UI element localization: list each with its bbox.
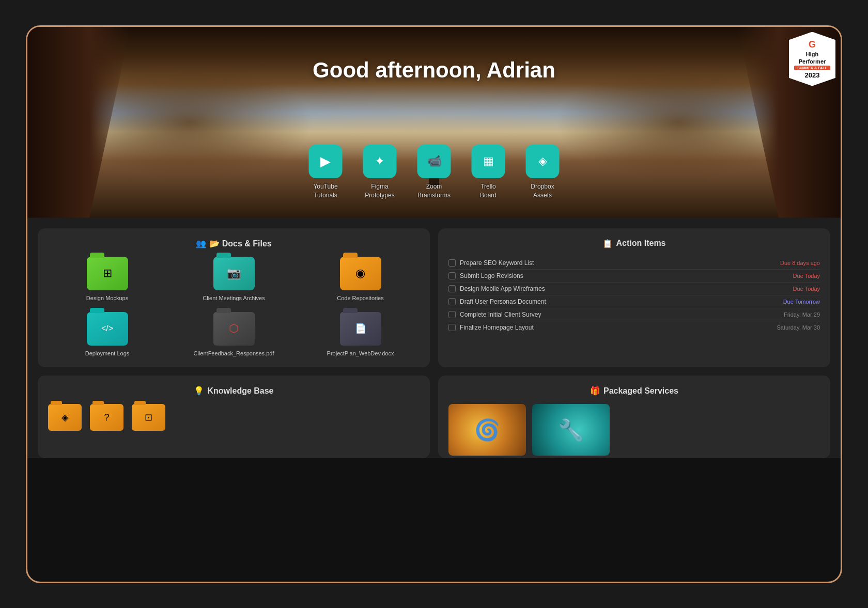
trello-label: TrelloBoard [480,182,497,200]
packaged-services-card: 🎁 Packaged Services 🌀 🔧 [438,376,830,458]
knowledge-folder-1[interactable]: ◈ [48,404,82,431]
due-date-6: Saturday, Mar 30 [777,324,820,331]
action-item-4: Draft User Personas Document Due Tomorro… [448,295,820,308]
dropbox-icon: ◈ [538,154,547,168]
docs-files-card: 👥 📂 Docs & Files ⊞ Design Mockups � [38,228,430,368]
action-text-2: Submit Logo Revisions [460,272,523,279]
file-icon: ⬡ [229,322,239,335]
folder-icon: ⊡ [145,412,152,423]
folder-tab [216,308,231,313]
doc-label: Deployment Logs [85,350,130,357]
trello-icon: ▦ [483,154,494,168]
trello-icon-box: ▦ [472,145,505,178]
packaged-card-title: 🎁 Packaged Services [448,386,820,396]
knowledge-title-text: Knowledge Base [207,386,273,396]
packaged-title-icon: 🎁 [590,386,600,396]
hero-icon-figma[interactable]: ✦ FigmaPrototypes [363,145,397,200]
folder-tab [134,401,146,405]
folder-design-mockups: ⊞ [87,257,128,290]
knowledge-card-title: 💡 Knowledge Base [48,386,420,396]
knowledge-folder-2[interactable]: ? [90,404,123,431]
due-date-1: Due 8 days ago [780,260,820,266]
doc-item-client-feedback[interactable]: ⬡ ClientFeedback_Responses.pdf [175,312,293,357]
folder-inner-icon: 📷 [227,267,241,280]
dropbox-label: DropboxAssets [531,182,554,200]
doc-item-design-mockups[interactable]: ⊞ Design Mockups [48,257,166,302]
folder-tab [90,308,104,313]
main-content: 👥 📂 Docs & Files ⊞ Design Mockups � [27,218,841,459]
action-item-2: Submit Logo Revisions Due Today [448,270,820,283]
doc-item-code-repos[interactable]: ◉ Code Repositories [301,257,420,302]
g2-season: SUMMER & FALL [794,66,830,70]
hero-icon-trello[interactable]: ▦ TrelloBoard [472,145,505,200]
zoom-icon: 📹 [427,154,441,168]
doc-label: ClientFeedback_Responses.pdf [194,350,274,357]
hero-section: Good afternoon, Adrian ▶ YouTubeTutorial… [27,27,841,218]
doc-item-deployment-logs[interactable]: </> Deployment Logs [48,312,166,357]
checkbox-4[interactable] [448,298,456,305]
due-date-2: Due Today [793,273,820,279]
action-text-1: Prepare SEO Keyword List [460,259,534,267]
g2-performer: Performer [799,58,826,65]
youtube-label: YouTubeTutorials [313,182,337,200]
action-title-text: Action Items [616,239,665,248]
docs-title-text: 📂 Docs & Files [209,239,271,248]
checkbox-6[interactable] [448,324,456,331]
packaged-image-1[interactable]: 🌀 [448,404,526,456]
doc-item-client-meetings[interactable]: 📷 Client Meetings Archives [175,257,293,302]
folder-inner-icon: </> [101,324,113,333]
action-items-list: Prepare SEO Keyword List Due 8 days ago … [448,257,820,334]
figma-icon-box: ✦ [363,145,397,178]
action-item-6: Finalize Homepage Layout Saturday, Mar 3… [448,321,820,334]
youtube-icon-box: ▶ [309,145,343,178]
due-date-3: Due Today [793,286,820,292]
file-project-plan: 📄 [340,312,381,346]
folder-deployment-logs: </> [87,312,128,346]
checkbox-3[interactable] [448,285,456,292]
due-date-4: Due Tomorrow [783,299,820,305]
folder-tab [51,401,62,405]
folder-tab [343,253,358,258]
dropbox-icon-box: ◈ [526,145,560,178]
greeting-text: Good afternoon, Adrian [313,58,555,83]
folder-inner-icon: ⊞ [103,267,112,280]
doc-label: ProjectPlan_WebDev.docx [327,350,394,357]
packaged-images: 🌀 🔧 [448,404,820,456]
doc-label: Client Meetings Archives [203,294,265,302]
file-icon: 📄 [355,323,366,334]
action-item-5: Complete Initial Client Survey Friday, M… [448,308,820,321]
action-text-6: Finalize Homepage Layout [460,324,534,331]
small-folder-3: ⊡ [132,404,165,431]
docs-title-icon: 👥 [196,239,206,248]
device-frame: G High Performer SUMMER & FALL 2023 Good… [26,25,842,583]
folder-inner-icon: ◉ [355,267,365,280]
packaged-image-icon-2: 🔧 [558,418,584,442]
docs-card-title: 👥 📂 Docs & Files [48,239,420,248]
checkbox-2[interactable] [448,272,456,279]
action-card-title: 📋 Action Items [448,239,820,248]
hero-icon-dropbox[interactable]: ◈ DropboxAssets [526,145,560,200]
hero-icons-row: ▶ YouTubeTutorials ✦ FigmaPrototypes 📹 Z… [309,145,560,200]
checkbox-5[interactable] [448,311,456,318]
action-item-3: Design Mobile App Wireframes Due Today [448,283,820,295]
g2-year: 2023 [805,71,820,79]
hero-icon-zoom[interactable]: 📹 ZoomBrainstorms [417,145,451,200]
small-folder-1: ◈ [48,404,82,431]
knowledge-folder-3[interactable]: ⊡ [132,404,165,431]
file-client-feedback: ⬡ [213,312,255,346]
small-folder-2: ? [90,404,123,431]
docs-grid: ⊞ Design Mockups 📷 Client Meetings Archi… [48,257,420,357]
packaged-image-2[interactable]: 🔧 [532,404,610,456]
action-text-5: Complete Initial Client Survey [460,311,541,318]
knowledge-title-icon: 💡 [194,386,204,396]
g2-high: High [806,51,818,57]
action-items-card: 📋 Action Items Prepare SEO Keyword List … [438,228,830,368]
doc-label: Design Mockups [86,294,128,302]
action-item-1: Prepare SEO Keyword List Due 8 days ago [448,257,820,270]
hero-icon-youtube[interactable]: ▶ YouTubeTutorials [309,145,343,200]
doc-item-project-plan[interactable]: 📄 ProjectPlan_WebDev.docx [301,312,420,357]
checkbox-1[interactable] [448,259,456,267]
figma-icon: ✦ [375,154,385,168]
folder-tab [216,253,231,258]
action-title-icon: 📋 [602,239,613,248]
